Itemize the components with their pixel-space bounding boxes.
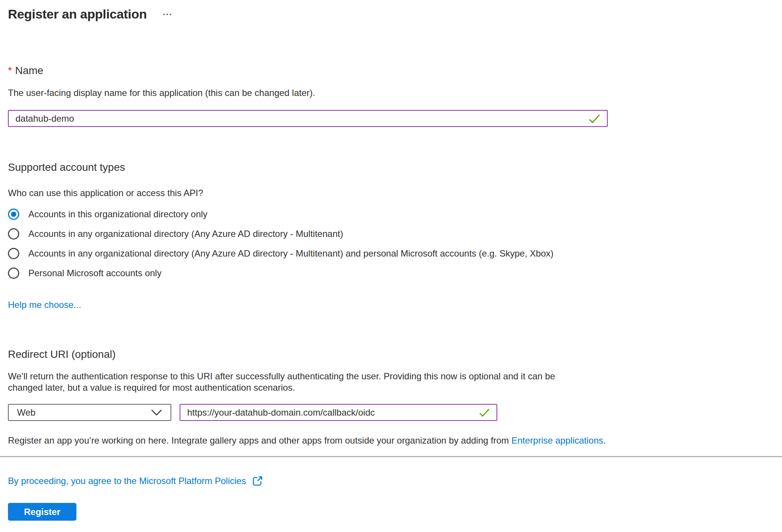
name-label: Name	[15, 65, 43, 76]
radio-unselected-icon[interactable]	[8, 248, 19, 259]
external-link-icon	[251, 475, 264, 487]
platform-select-dropdown[interactable]: Web	[8, 404, 171, 421]
platform-policies-link[interactable]: By proceeding, you agree to the Microsof…	[8, 476, 246, 486]
account-types-question: Who can use this application or access t…	[8, 187, 774, 199]
account-types-heading: Supported account types	[8, 161, 774, 174]
radio-unselected-icon[interactable]	[8, 268, 19, 279]
register-application-blade: Register an application ... *Name The us…	[0, 0, 782, 521]
more-options-icon[interactable]: ...	[163, 8, 172, 17]
chevron-down-icon	[151, 409, 162, 416]
radio-option-personal-only[interactable]: Personal Microsoft accounts only	[8, 268, 774, 279]
redirect-uri-description: We’ll return the authentication response…	[8, 371, 636, 393]
note-suffix: .	[603, 435, 606, 445]
required-asterisk: *	[8, 65, 12, 76]
name-section-heading: *Name	[8, 64, 774, 77]
redirect-uri-description-line2: changed later, but a value is required f…	[8, 382, 636, 393]
radio-option-multitenant-personal[interactable]: Accounts in any organizational directory…	[8, 248, 774, 259]
radio-option-label: Accounts in any organizational directory…	[28, 228, 343, 240]
platform-selected-value: Web	[17, 407, 36, 418]
radio-option-label: Accounts in this organizational director…	[28, 209, 208, 220]
enterprise-apps-note: Register an app you’re working on here. …	[8, 435, 774, 446]
radio-option-label: Accounts in any organizational directory…	[28, 248, 554, 259]
valid-check-icon	[479, 408, 490, 417]
radio-unselected-icon[interactable]	[8, 228, 19, 240]
account-types-radio-group: Accounts in this organizational director…	[8, 209, 774, 279]
redirect-uri-description-line1: We’ll return the authentication response…	[8, 371, 636, 382]
app-name-field-wrapper	[8, 110, 608, 127]
radio-option-multitenant[interactable]: Accounts in any organizational directory…	[8, 228, 774, 240]
policy-row: By proceeding, you agree to the Microsof…	[8, 475, 774, 487]
app-name-input[interactable]	[16, 113, 584, 124]
redirect-uri-heading: Redirect URI (optional)	[8, 348, 774, 361]
name-description: The user-facing display name for this ap…	[8, 87, 774, 99]
register-button[interactable]: Register	[8, 503, 76, 521]
title-row: Register an application ...	[8, 5, 774, 23]
note-prefix: Register an app you’re working on here. …	[8, 435, 511, 445]
redirect-uri-input[interactable]	[187, 407, 475, 418]
page-title: Register an application	[8, 5, 147, 23]
valid-check-icon	[589, 114, 600, 124]
footer-divider	[0, 456, 782, 457]
radio-selected-icon[interactable]	[8, 209, 19, 220]
radio-option-single-tenant[interactable]: Accounts in this organizational director…	[8, 209, 774, 220]
enterprise-applications-link[interactable]: Enterprise applications	[511, 435, 603, 445]
redirect-uri-field-wrapper	[180, 404, 497, 421]
help-me-choose-link[interactable]: Help me choose...	[8, 300, 81, 310]
redirect-uri-row: Web	[8, 404, 774, 421]
radio-option-label: Personal Microsoft accounts only	[28, 268, 161, 279]
